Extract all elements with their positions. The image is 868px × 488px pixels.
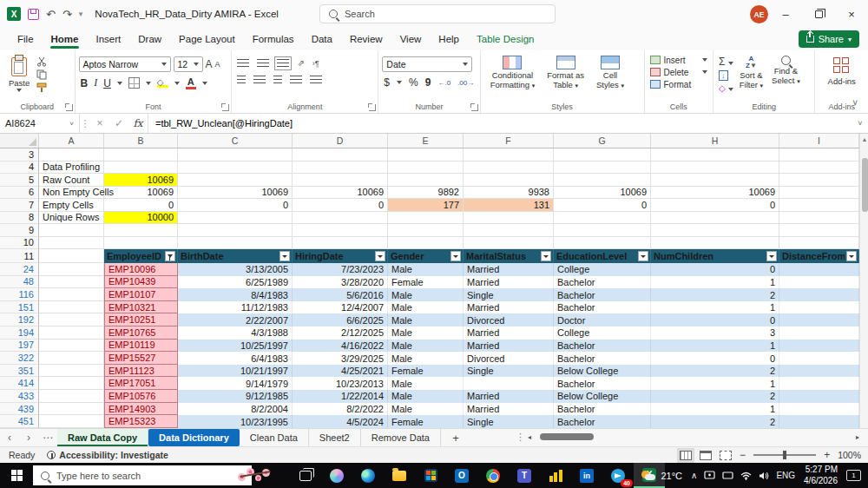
- cell[interactable]: [39, 365, 104, 378]
- cell[interactable]: 9938: [464, 187, 554, 200]
- cell[interactable]: [388, 237, 464, 250]
- cell-employee-id[interactable]: EMP10765: [104, 326, 178, 340]
- cell[interactable]: 0: [104, 199, 178, 212]
- cell[interactable]: 10069: [104, 174, 178, 187]
- cell-marital-status[interactable]: Married: [464, 301, 554, 314]
- sheet-tab-raw-data-copy[interactable]: Raw Data Copy: [57, 429, 148, 446]
- column-header-G[interactable]: G: [554, 134, 651, 148]
- scroll-up-icon[interactable]: ▲: [861, 135, 868, 145]
- cell-hiring-date[interactable]: 4/5/2024: [293, 415, 388, 428]
- cell[interactable]: [779, 162, 859, 175]
- cell-birth-date[interactable]: 10/25/1997: [178, 340, 293, 353]
- ribbon-tab-table-design[interactable]: Table Design: [468, 30, 542, 49]
- ribbon-tab-help[interactable]: Help: [430, 30, 468, 49]
- collapse-ribbon-icon[interactable]: ˅: [852, 98, 858, 108]
- cell-education-level[interactable]: College: [554, 263, 651, 276]
- row-header-10[interactable]: 10: [0, 237, 39, 250]
- share-button[interactable]: Share ▾: [799, 30, 859, 48]
- align-top-icon[interactable]: [237, 59, 249, 68]
- alignment-dialog-launcher-icon[interactable]: [369, 104, 376, 111]
- cell[interactable]: 0: [293, 199, 388, 212]
- next-sheet-icon[interactable]: ›: [19, 429, 38, 446]
- cell[interactable]: [39, 390, 104, 403]
- cell-birth-date[interactable]: 3/13/2005: [178, 263, 293, 276]
- table-header-educationlevel[interactable]: EducationLevel: [554, 249, 651, 263]
- cell[interactable]: 0: [178, 199, 293, 212]
- cell[interactable]: [779, 224, 859, 237]
- cell[interactable]: [104, 224, 178, 237]
- cell-hiring-date[interactable]: 3/29/2025: [293, 352, 388, 365]
- cell-distance[interactable]: [779, 352, 859, 365]
- select-all-corner[interactable]: [0, 134, 39, 148]
- bold-button[interactable]: B: [81, 77, 89, 89]
- clear-icon[interactable]: ◇: [719, 83, 733, 93]
- underline-dropdown-icon[interactable]: [117, 82, 122, 85]
- cell-education-level[interactable]: Bachelor: [554, 377, 651, 390]
- redo-icon[interactable]: ↷: [62, 9, 72, 20]
- cell-hiring-date[interactable]: 8/2/2022: [293, 403, 388, 416]
- taskbar-icon-file-explorer[interactable]: [384, 463, 415, 488]
- customize-qat-icon[interactable]: ▾: [79, 10, 83, 18]
- row-header-7[interactable]: 7: [0, 199, 39, 212]
- taskbar-icon-outlook[interactable]: O: [446, 463, 477, 488]
- vertical-scrollbar[interactable]: ▲: [859, 134, 868, 428]
- clipboard-dialog-launcher-icon[interactable]: [66, 104, 73, 111]
- insert-cells-button[interactable]: Insert: [648, 54, 710, 66]
- cell[interactable]: [293, 174, 388, 187]
- cell-marital-status[interactable]: Married: [464, 390, 554, 403]
- cell[interactable]: [293, 212, 388, 225]
- cell-marital-status[interactable]: Married: [464, 263, 554, 276]
- cell[interactable]: [39, 352, 104, 365]
- shrink-font-icon[interactable]: A: [215, 60, 220, 69]
- cell-num-children[interactable]: 2: [651, 415, 779, 428]
- cell-num-children[interactable]: 1: [651, 301, 779, 314]
- cell-education-level[interactable]: Bachelor: [554, 415, 651, 428]
- cell[interactable]: [178, 148, 293, 162]
- cast-icon[interactable]: [704, 471, 715, 480]
- scroll-right-icon[interactable]: ▸: [856, 433, 859, 441]
- new-sheet-button[interactable]: +: [441, 429, 470, 446]
- cell[interactable]: [388, 162, 464, 175]
- table-header-birthdate[interactable]: BirthDate: [178, 249, 293, 263]
- cell-hiring-date[interactable]: 1/22/2014: [293, 390, 388, 403]
- increase-indent-icon[interactable]: [310, 76, 322, 84]
- align-left-icon[interactable]: [237, 76, 246, 84]
- excel-app-icon[interactable]: X: [7, 7, 21, 21]
- cell-marital-status[interactable]: Married: [464, 403, 554, 416]
- cell-marital-status[interactable]: [464, 377, 554, 390]
- display-icon[interactable]: [722, 471, 733, 480]
- filter-dropdown-icon[interactable]: [450, 251, 461, 261]
- underline-button[interactable]: U: [103, 77, 111, 89]
- cell-birth-date[interactable]: 10/23/1995: [178, 415, 293, 428]
- cell-gender[interactable]: Female: [388, 365, 464, 378]
- cancel-entry-icon[interactable]: ×: [90, 114, 109, 133]
- cell-distance[interactable]: [779, 313, 859, 326]
- decrease-decimal-icon[interactable]: .00→: [457, 79, 474, 87]
- table-header-maritalstatus[interactable]: MaritalStatus: [464, 249, 554, 263]
- table-header-distancefrom[interactable]: DistanceFrom: [779, 249, 859, 263]
- cell[interactable]: 0: [554, 199, 651, 212]
- cell-distance[interactable]: [779, 415, 859, 428]
- reading-order-icon[interactable]: ›¶: [312, 59, 319, 68]
- volume-icon[interactable]: [759, 472, 769, 480]
- cell-education-level[interactable]: Bachelor: [554, 288, 651, 301]
- cell-gender[interactable]: Male: [388, 301, 464, 314]
- restore-button[interactable]: [802, 0, 835, 28]
- cell-num-children[interactable]: 1: [651, 377, 779, 390]
- cell[interactable]: [779, 212, 859, 225]
- undo-icon[interactable]: ↶: [46, 9, 56, 20]
- cell[interactable]: [388, 148, 464, 162]
- zoom-slider-thumb[interactable]: [783, 451, 786, 459]
- cell[interactable]: [779, 237, 859, 250]
- currency-dropdown-icon[interactable]: [397, 81, 402, 84]
- cell-employee-id[interactable]: EMP15323: [104, 415, 178, 428]
- borders-dropdown-icon[interactable]: [146, 82, 151, 85]
- cell[interactable]: 0: [651, 199, 779, 212]
- cell-birth-date[interactable]: 9/14/1979: [178, 377, 293, 390]
- normal-view-icon[interactable]: [680, 451, 692, 460]
- vertical-scroll-thumb[interactable]: [862, 158, 868, 212]
- font-name-combobox[interactable]: Aptos Narrow: [79, 56, 171, 72]
- clock[interactable]: 5:27 PM 4/6/2026: [804, 465, 838, 486]
- ribbon-tab-page-layout[interactable]: Page Layout: [170, 30, 244, 49]
- ribbon-tab-draw[interactable]: Draw: [129, 30, 170, 49]
